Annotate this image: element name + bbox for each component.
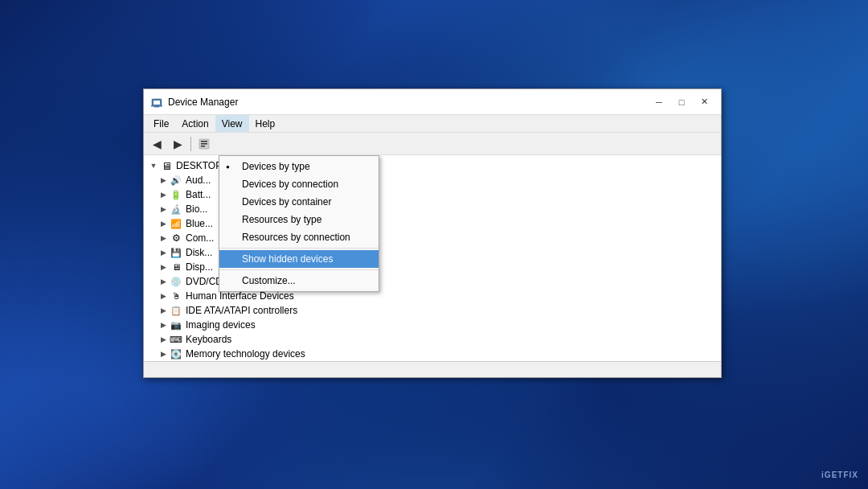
item-label: Aud... bbox=[186, 175, 211, 186]
expand-icon: ▶ bbox=[157, 261, 170, 273]
device-manager-window: Device Manager ─ □ ✕ File Action View He… bbox=[143, 88, 722, 378]
item-label: Com... bbox=[186, 232, 214, 244]
svg-rect-5 bbox=[201, 141, 207, 142]
expand-icon: ▶ bbox=[157, 174, 170, 187]
disk-icon bbox=[170, 246, 182, 259]
expand-icon: ▶ bbox=[157, 203, 170, 216]
svg-rect-6 bbox=[201, 143, 207, 145]
item-label: Human Interface Devices bbox=[186, 290, 294, 302]
forward-button[interactable]: ▶ bbox=[168, 135, 187, 153]
item-label: Imaging devices bbox=[186, 319, 256, 331]
item-label: Batt... bbox=[186, 189, 211, 200]
svg-rect-1 bbox=[154, 101, 160, 105]
list-item[interactable]: ▶ Memory technology devices bbox=[144, 347, 721, 361]
expand-icon: ▶ bbox=[157, 188, 170, 201]
window-title: Device Manager bbox=[168, 97, 649, 108]
ide-icon bbox=[170, 304, 182, 317]
back-button[interactable]: ◀ bbox=[147, 135, 166, 153]
item-label: Keyboards bbox=[186, 334, 231, 345]
bluetooth-icon bbox=[170, 217, 182, 230]
list-item[interactable]: ▶ Imaging devices bbox=[144, 318, 721, 332]
svg-rect-3 bbox=[154, 106, 159, 108]
window-icon bbox=[150, 96, 163, 109]
menu-file[interactable]: File bbox=[147, 115, 175, 132]
menu-view[interactable]: View bbox=[215, 115, 249, 132]
imaging-icon bbox=[170, 318, 182, 331]
battery-icon bbox=[170, 188, 182, 201]
toolbar-separator bbox=[190, 137, 191, 151]
menu-devices-by-connection[interactable]: Devices by connection bbox=[219, 175, 379, 193]
expand-icon: ▶ bbox=[157, 246, 170, 259]
status-bar bbox=[144, 361, 721, 377]
item-label: Memory technology devices bbox=[186, 348, 305, 360]
item-label: Disp... bbox=[186, 261, 213, 273]
item-label: Blue... bbox=[186, 218, 213, 229]
item-label: Bio... bbox=[186, 203, 207, 215]
expand-icon: ▶ bbox=[157, 347, 170, 360]
expand-icon: ▶ bbox=[157, 318, 170, 331]
memory-icon bbox=[170, 347, 182, 360]
generic-icon bbox=[170, 232, 182, 244]
expand-icon: ▶ bbox=[157, 290, 170, 302]
expand-icon: ▶ bbox=[157, 217, 170, 230]
view-dropdown-menu: Devices by type Devices by connection De… bbox=[219, 155, 379, 292]
menu-resources-by-type[interactable]: Resources by type bbox=[219, 211, 379, 228]
expand-icon: ▶ bbox=[157, 304, 170, 317]
menu-resources-by-connection[interactable]: Resources by connection bbox=[219, 228, 379, 246]
watermark: iGETFIX bbox=[821, 471, 858, 479]
bio-icon bbox=[170, 203, 182, 216]
audio-icon bbox=[170, 174, 182, 187]
root-label: DESKTOP bbox=[176, 160, 222, 171]
menu-help[interactable]: Help bbox=[249, 115, 282, 132]
properties-button[interactable] bbox=[194, 135, 214, 153]
main-content: ▼ DESKTOP ▶ Aud... ▶ Batt... ▶ Bio... bbox=[144, 155, 721, 361]
menu-devices-by-container[interactable]: Devices by container bbox=[219, 193, 379, 211]
minimize-button[interactable]: ─ bbox=[649, 94, 669, 110]
toolbar: ◀ ▶ bbox=[144, 133, 721, 155]
expand-icon: ▼ bbox=[147, 159, 160, 172]
display-icon bbox=[170, 261, 182, 273]
list-item[interactable]: ▶ Keyboards bbox=[144, 332, 721, 347]
expand-icon: ▶ bbox=[157, 232, 170, 244]
expand-icon: ▶ bbox=[157, 275, 170, 288]
list-item[interactable]: ▶ IDE ATA/ATAPI controllers bbox=[144, 303, 721, 318]
menu-bar: File Action View Help bbox=[144, 115, 721, 133]
hid-icon bbox=[170, 290, 182, 302]
window-controls: ─ □ ✕ bbox=[649, 94, 714, 110]
title-bar: Device Manager ─ □ ✕ bbox=[144, 89, 721, 115]
separator-1 bbox=[219, 248, 379, 249]
menu-devices-by-type[interactable]: Devices by type bbox=[219, 158, 379, 175]
dvd-icon bbox=[170, 275, 182, 288]
separator-2 bbox=[219, 269, 379, 270]
menu-customize[interactable]: Customize... bbox=[219, 272, 379, 290]
svg-rect-7 bbox=[201, 146, 205, 147]
item-label: IDE ATA/ATAPI controllers bbox=[186, 305, 297, 316]
computer-icon bbox=[160, 159, 173, 172]
maximize-button[interactable]: □ bbox=[671, 94, 692, 110]
close-button[interactable]: ✕ bbox=[694, 94, 714, 110]
menu-show-hidden-devices[interactable]: Show hidden devices bbox=[219, 250, 379, 268]
menu-action[interactable]: Action bbox=[175, 115, 215, 132]
keyboard-icon bbox=[170, 333, 182, 346]
item-label: Disk... bbox=[186, 247, 212, 258]
expand-icon: ▶ bbox=[157, 333, 170, 346]
